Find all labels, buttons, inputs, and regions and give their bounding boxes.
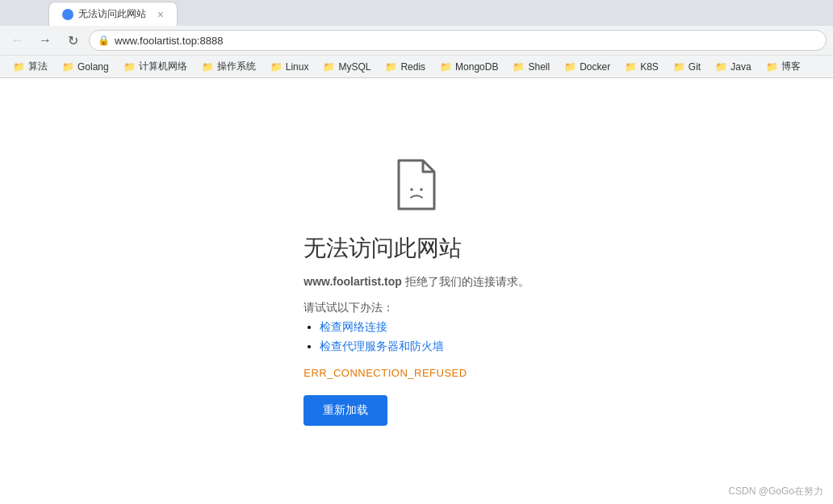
bookmark-linux[interactable]: 📁 Linux — [264, 60, 316, 74]
bookmark-label: Redis — [400, 61, 425, 73]
suggestion-1-link[interactable]: 检查网络连接 — [320, 320, 387, 333]
bookmark-label: 算法 — [28, 60, 48, 73]
bookmark-golang[interactable]: 📁 Golang — [56, 60, 115, 74]
error-description: www.foolartist.top 拒绝了我们的连接请求。 — [303, 275, 529, 289]
bookmark-label: K8S — [640, 61, 659, 73]
bookmark-java[interactable]: 📁 Java — [709, 60, 757, 74]
forward-button[interactable]: → — [34, 29, 57, 52]
bookmark-os[interactable]: 📁 操作系统 — [195, 58, 262, 75]
folder-icon: 📁 — [673, 61, 685, 73]
error-page: 无法访问此网站 www.foolartist.top 拒绝了我们的连接请求。 请… — [0, 78, 833, 504]
folder-icon: 📁 — [13, 61, 25, 73]
reload-page-button[interactable]: 重新加载 — [303, 395, 387, 426]
tab-bar: 无法访问此网站 × — [0, 0, 833, 26]
bookmark-label: 博客 — [781, 60, 801, 73]
svg-point-0 — [410, 188, 413, 191]
folder-icon: 📁 — [385, 61, 397, 73]
sad-document-icon — [392, 157, 441, 214]
lock-icon: 🔒 — [98, 35, 110, 46]
bookmark-mongodb[interactable]: 📁 MongoDB — [433, 60, 504, 74]
folder-icon: 📁 — [625, 61, 637, 73]
bookmark-mysql[interactable]: 📁 MySQL — [316, 60, 377, 74]
watermark: CSDN @GoGo在努力 — [728, 485, 823, 498]
address-box[interactable]: 🔒 www.foolartist.top:8888 — [89, 30, 827, 51]
folder-icon: 📁 — [513, 61, 525, 73]
folder-icon: 📁 — [202, 61, 214, 73]
suggestion-2-link[interactable]: 检查代理服务器和防火墙 — [320, 339, 444, 352]
bookmarks-bar: 📁 算法 📁 Golang 📁 计算机网络 📁 操作系统 📁 Linux 📁 M… — [0, 55, 833, 77]
tab-title: 无法访问此网站 — [78, 7, 153, 21]
reload-button-nav[interactable]: ↻ — [61, 29, 84, 52]
bookmark-blog[interactable]: 📁 博客 — [760, 58, 807, 75]
bookmark-label: 操作系统 — [217, 60, 256, 73]
bookmark-label: MySQL — [338, 61, 370, 73]
error-description-suffix: 拒绝了我们的连接请求。 — [402, 275, 530, 288]
suggestion-2: 检查代理服务器和防火墙 — [320, 339, 529, 354]
bookmark-shell[interactable]: 📁 Shell — [506, 60, 556, 74]
suggestion-1: 检查网络连接 — [320, 320, 529, 335]
browser-chrome: 无法访问此网站 × ← → ↻ 🔒 www.foolartist.top:888… — [0, 0, 833, 78]
bookmark-git[interactable]: 📁 Git — [667, 60, 707, 74]
error-suggestions-label: 请试试以下办法： — [303, 301, 529, 315]
bookmark-label: MongoDB — [455, 61, 498, 73]
bookmark-label: 计算机网络 — [139, 60, 187, 73]
bookmark-label: Shell — [528, 61, 550, 73]
back-button[interactable]: ← — [6, 29, 29, 52]
bookmark-k8s[interactable]: 📁 K8S — [618, 60, 665, 74]
folder-icon: 📁 — [123, 61, 136, 73]
folder-icon: 📁 — [440, 61, 452, 73]
bookmark-label: Golang — [77, 61, 109, 73]
folder-icon: 📁 — [62, 61, 74, 73]
error-suggestions-list: 检查网络连接 检查代理服务器和防火墙 — [303, 320, 529, 354]
svg-point-1 — [420, 188, 423, 191]
folder-icon: 📁 — [270, 61, 283, 73]
browser-tab[interactable]: 无法访问此网站 × — [48, 2, 178, 26]
bookmark-label: Git — [689, 61, 701, 73]
bookmark-suanfa[interactable]: 📁 算法 — [6, 58, 54, 75]
error-domain: www.foolartist.top — [303, 275, 402, 288]
address-text: www.foolartist.top:8888 — [115, 35, 818, 47]
bookmark-redis[interactable]: 📁 Redis — [379, 60, 432, 74]
folder-icon: 📁 — [715, 61, 727, 73]
bookmark-label: Linux — [286, 61, 309, 73]
folder-icon: 📁 — [323, 61, 335, 73]
address-bar-row: ← → ↻ 🔒 www.foolartist.top:8888 — [0, 26, 833, 55]
error-title: 无法访问此网站 — [303, 233, 529, 264]
bookmark-label: Docker — [580, 61, 610, 73]
bookmark-network[interactable]: 📁 计算机网络 — [117, 58, 194, 75]
error-code: ERR_CONNECTION_REFUSED — [303, 367, 529, 379]
folder-icon: 📁 — [766, 61, 778, 73]
content-wrapper: 无法访问此网站 www.foolartist.top 拒绝了我们的连接请求。 请… — [303, 233, 529, 426]
folder-icon: 📁 — [564, 61, 576, 73]
bookmark-label: Java — [730, 61, 751, 73]
tab-favicon — [62, 9, 73, 20]
error-icon-container — [392, 157, 441, 217]
bookmark-docker[interactable]: 📁 Docker — [558, 60, 617, 74]
tab-close-button[interactable]: × — [157, 8, 164, 21]
